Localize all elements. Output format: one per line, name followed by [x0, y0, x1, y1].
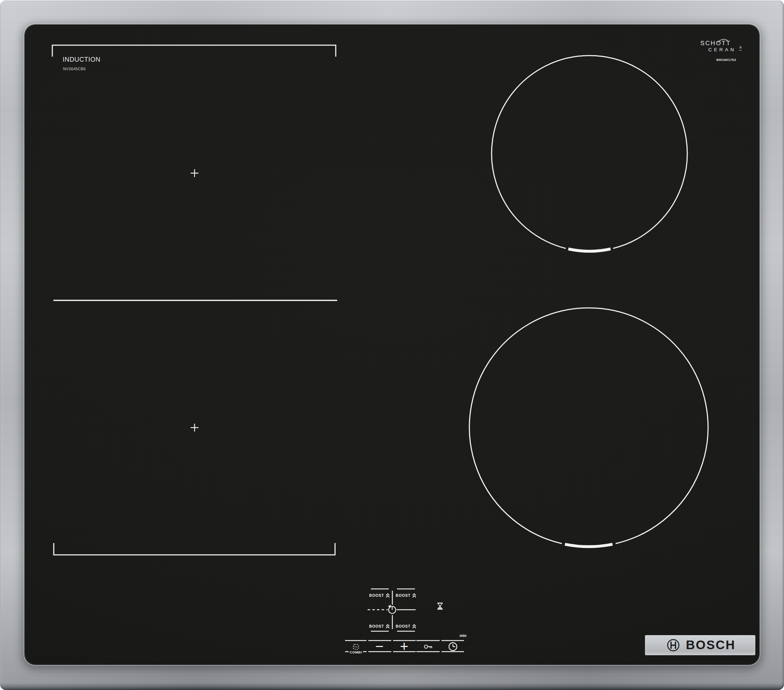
clock-icon — [448, 642, 458, 651]
boost-label: BOOST — [369, 624, 384, 628]
minutes-label: min — [460, 633, 466, 638]
boost-button-front-right[interactable]: BOOST — [396, 593, 416, 598]
double-chevron-up-icon — [412, 593, 417, 598]
hourglass-icon — [438, 603, 443, 609]
boost-button-rear-right[interactable]: BOOST — [396, 623, 416, 629]
decrease-power-button[interactable]: − — [367, 639, 391, 654]
pan-position-cross-top — [191, 169, 199, 177]
combi-zone-button[interactable]: COMBI — [344, 642, 367, 656]
timer-button[interactable] — [441, 639, 464, 655]
child-lock-button[interactable] — [417, 641, 440, 652]
schott-swoosh-icon — [717, 38, 728, 43]
combi-label: COMBI — [349, 650, 363, 654]
pan-size-arc — [568, 249, 611, 251]
article-number: 9001601753 — [700, 58, 736, 62]
zone-markings — [25, 25, 759, 664]
hob-frame: INDUCTION NVS645CB6 SCHOTT CERAN® 900160… — [0, 0, 784, 690]
boost-button-front-left[interactable]: BOOST — [370, 593, 389, 598]
plus-icon: + — [400, 639, 408, 655]
bosch-emblem-icon — [667, 639, 680, 652]
flex-zone-outline — [52, 45, 337, 555]
increase-power-button[interactable]: + — [392, 639, 416, 654]
boost-label: BOOST — [395, 624, 410, 628]
bosch-logo-text: BOSCH — [686, 638, 736, 652]
model-number: NVS645CB6 — [63, 67, 86, 71]
minus-icon: − — [375, 639, 384, 655]
ceramic-glass-surface: INDUCTION NVS645CB6 SCHOTT CERAN® 900160… — [25, 25, 759, 664]
key-icon — [424, 644, 433, 649]
timer-dial-icon[interactable] — [388, 605, 396, 614]
boost-label: BOOST — [395, 593, 410, 598]
pan-size-arc — [565, 544, 613, 546]
pan-position-cross-bottom — [191, 424, 199, 432]
double-chevron-up-icon — [385, 593, 390, 598]
cooking-zone-circle-bottom-right — [469, 308, 708, 546]
ceran-line: CERAN® — [700, 47, 736, 52]
induction-type-label: INDUCTION — [63, 56, 100, 63]
combi-zones-icon — [353, 644, 359, 650]
double-chevron-up-icon — [412, 624, 417, 629]
double-chevron-up-icon — [385, 624, 390, 629]
boost-label: BOOST — [369, 593, 384, 598]
boost-button-rear-left[interactable]: BOOST — [370, 623, 389, 629]
cooking-zone-circle-top-right — [492, 56, 687, 251]
bosch-logo-plate: BOSCH — [645, 635, 755, 655]
schott-ceran-logo: SCHOTT CERAN® 9001601753 — [700, 40, 736, 62]
registered-mark: ® — [739, 46, 742, 51]
